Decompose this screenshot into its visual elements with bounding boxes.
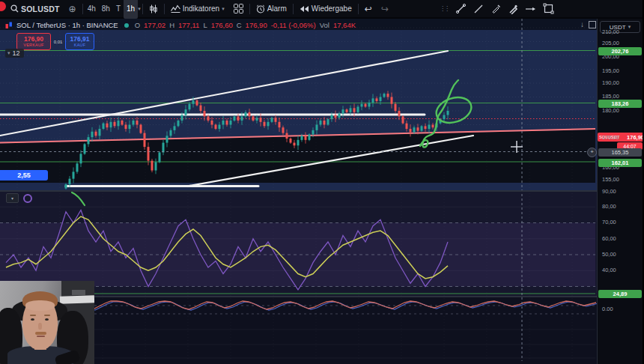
price-tick: 205,00: [602, 40, 619, 46]
price-axis[interactable]: USDT ▾ SOLUSDT 176,90 44:07 210,00205,00…: [597, 19, 643, 364]
indicator-logo-icon[interactable]: [23, 194, 32, 203]
replay-button[interactable]: Wiedergabe: [295, 0, 356, 17]
webcam-person-eye: [31, 318, 34, 321]
objects-tree-toggle[interactable]: ▾ 12: [5, 49, 24, 58]
toolbar-separator: [249, 4, 250, 14]
fullscreen-icon[interactable]: [589, 21, 596, 28]
price-tick: 40,00: [602, 267, 616, 273]
crosshair-price-tag: 165,35: [598, 148, 642, 157]
price-tick: 170,00: [602, 134, 619, 141]
timeframe-dropdown-caret[interactable]: ▾: [138, 6, 141, 12]
candlestick-icon: [149, 4, 158, 13]
price-tick: 185,00: [602, 93, 619, 100]
indicators-label: Indikatoren: [183, 4, 219, 13]
symbol-title[interactable]: SOL / TetherUS · 1h · BINANCE: [16, 21, 118, 29]
chevron-down-icon: ▾: [11, 195, 13, 201]
trendline-tool-icon[interactable]: [455, 3, 467, 14]
toolbar-separator: [293, 4, 294, 14]
sell-price: 176,90: [24, 36, 43, 43]
indicators-button[interactable]: Indikatoren ▾: [166, 0, 229, 17]
webcam-person-eyebrow: [44, 315, 50, 316]
replay-label: Wiedergabe: [312, 4, 352, 13]
indicators-caret: ▾: [222, 6, 225, 12]
undo-button[interactable]: ↩: [360, 0, 377, 17]
chart-style-button[interactable]: [145, 0, 162, 17]
price-tick: 155,00: [602, 176, 619, 183]
toolbar-drag-handle[interactable]: ⋮⋮: [440, 5, 449, 12]
ohlc-high-label: H: [169, 21, 174, 29]
pane-divider[interactable]: [0, 190, 643, 192]
chart-type-icon: [5, 22, 13, 29]
timeframe-4h[interactable]: 4h: [85, 0, 99, 19]
webcam-person-mouth: [37, 336, 45, 337]
rectangle-tool-icon[interactable]: [543, 3, 554, 14]
webcam-shelf: [60, 295, 94, 304]
webcam-person-forehead: [25, 300, 55, 311]
trade-panel: 176,90 VERKAUF 0,01 176,91 KAUF: [16, 33, 94, 50]
toolbar-separator: [358, 4, 359, 14]
timeframe-1d[interactable]: T: [113, 0, 124, 19]
ohlc-close-label: C: [237, 21, 242, 29]
toolbar-separator: [142, 4, 143, 14]
webcam-overlay: [0, 281, 94, 364]
price-level-tag: 183,26: [598, 100, 642, 108]
webcam-person-mustache: [35, 332, 46, 335]
price-level-tag: 162,01: [598, 159, 642, 167]
layout-grid-icon: [234, 4, 243, 13]
download-icon[interactable]: ↓: [580, 20, 584, 28]
add-alert-plus-icon[interactable]: +: [587, 148, 597, 157]
top-toolbar: SOLUSDT ⊕ 4h 8h T 1h ▾ Indikatoren ▾ Ala…: [0, 0, 643, 17]
pen-tool-icon[interactable]: [490, 4, 501, 14]
symbol-legend: SOL / TetherUS · 1h · BINANCE O 177,02 H…: [5, 21, 356, 29]
volume-value: 17,64K: [333, 21, 356, 29]
webcam-person-eyebrow: [30, 315, 36, 316]
price-tick: 60,00: [602, 235, 616, 242]
toolbar-separator: [82, 4, 83, 14]
timeframe-8h[interactable]: 8h: [99, 0, 113, 19]
buy-label: KAUF: [74, 43, 85, 48]
current-price-value: 176,90: [627, 134, 644, 141]
objects-count: 12: [13, 49, 20, 57]
symbol-search[interactable]: SOLUSDT: [6, 0, 64, 17]
drawn-arc: [72, 192, 85, 205]
buy-button[interactable]: 176,91 KAUF: [65, 33, 94, 50]
indicators-icon: [171, 4, 180, 13]
app-window: SOLUSDT ⊕ 4h 8h T 1h ▾ Indikatoren ▾ Ala…: [0, 0, 644, 364]
chevron-down-icon: ▾: [7, 50, 10, 56]
alarm-label: Alarm: [267, 4, 287, 13]
drawing-toolbar: ⋮⋮: [440, 0, 554, 17]
rsi-collapse-button[interactable]: ▾: [6, 193, 19, 203]
layout-grid-button[interactable]: [229, 0, 248, 17]
symbol-name: SOLUSDT: [21, 4, 60, 13]
pane-divider[interactable]: [0, 296, 643, 297]
price-tick: 80,00: [602, 203, 616, 210]
line-tool-icon[interactable]: [473, 4, 484, 14]
sell-button[interactable]: 176,90 VERKAUF: [16, 33, 51, 50]
buy-price: 176,91: [70, 36, 90, 43]
compare-button[interactable]: ⊕: [64, 0, 81, 17]
ohlc-low-label: L: [203, 21, 207, 29]
price-tick: 210,00: [602, 28, 619, 35]
timeframe-1h-active[interactable]: 1h: [124, 0, 138, 19]
sell-label: VERKAUF: [23, 43, 43, 48]
price-tick: 0.00: [602, 306, 613, 312]
spread-value: 0,01: [51, 40, 65, 44]
ohlc-close-value: 176,90: [246, 21, 267, 29]
ohlc-open-label: O: [135, 21, 140, 29]
marker-tool-icon[interactable]: [508, 4, 518, 14]
webcam-person-nose: [38, 323, 42, 330]
ohlc-low-value: 176,60: [211, 21, 233, 29]
price-tick: 190,00: [602, 79, 619, 86]
volume-label: Vol: [320, 21, 329, 29]
rsi-levels: [0, 207, 595, 286]
alarm-button[interactable]: Alarm: [252, 0, 291, 17]
webcam-shelf-item: [72, 290, 85, 295]
alarm-clock-icon: [256, 4, 265, 13]
market-status-dot: [124, 23, 129, 28]
price-level-tag: 202,76: [598, 47, 642, 55]
drawing-price-tag: 2,55: [0, 170, 48, 181]
search-icon: [10, 4, 19, 13]
redo-button[interactable]: ↪: [377, 0, 393, 17]
webcam-person-eye: [45, 318, 49, 321]
arrow-tool-icon[interactable]: [525, 5, 536, 13]
